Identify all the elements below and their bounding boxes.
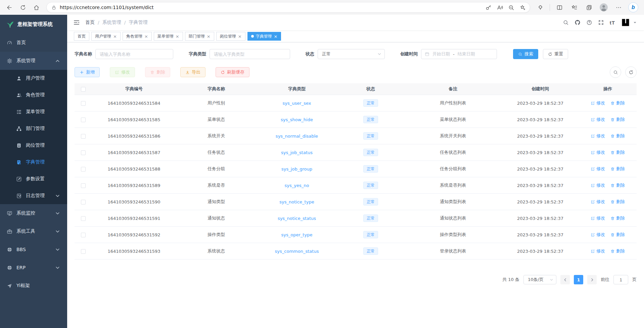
font-size-button[interactable]: tT <box>610 20 615 26</box>
date-range-input[interactable]: 开始日期 - 结束日期 <box>421 49 497 59</box>
tab-dict-management[interactable]: 字典管理 × <box>247 32 281 41</box>
row-checkbox[interactable] <box>81 183 86 188</box>
browser-menu-button[interactable] <box>612 2 625 13</box>
row-delete-button[interactable]: 删除 <box>610 199 625 205</box>
tab-menu-management[interactable]: 菜单管理 × <box>154 32 183 41</box>
sidebar-item-system-tools[interactable]: 系统工具 <box>0 222 67 240</box>
next-page-button[interactable] <box>587 275 597 284</box>
row-delete-button[interactable]: 删除 <box>610 166 625 172</box>
row-delete-button[interactable]: 删除 <box>610 215 625 221</box>
dict-type-link[interactable]: sys_common_status <box>275 249 319 254</box>
dict-name-input[interactable] <box>95 49 173 59</box>
select-all-checkbox[interactable] <box>81 87 86 92</box>
row-checkbox[interactable] <box>81 249 86 254</box>
row-edit-button[interactable]: 修改 <box>591 182 605 188</box>
row-edit-button[interactable]: 修改 <box>591 166 605 172</box>
refresh-cache-button[interactable]: 刷新缓存 <box>216 67 249 77</box>
dict-type-link[interactable]: sys_oper_type <box>281 232 313 237</box>
row-checkbox[interactable] <box>81 134 86 139</box>
sidebar-item-post-management[interactable]: 岗位管理 <box>0 137 67 154</box>
sidebar-item-home[interactable]: 首页 <box>0 34 67 52</box>
help-button[interactable] <box>586 19 592 26</box>
browser-home-button[interactable] <box>30 2 42 13</box>
row-delete-button[interactable]: 删除 <box>610 232 625 238</box>
sidebar-item-system-management[interactable]: 系统管理 <box>0 52 67 70</box>
search-button[interactable]: 搜索 <box>513 49 538 59</box>
sidebar-item-user-management[interactable]: 用户管理 <box>0 70 67 87</box>
tab-role-management[interactable]: 角色管理 × <box>123 32 152 41</box>
add-button[interactable]: 新增 <box>75 67 100 77</box>
zoom-out-button[interactable] <box>506 2 516 13</box>
prev-page-button[interactable] <box>560 275 570 284</box>
close-icon[interactable]: × <box>176 34 179 39</box>
browser-refresh-button[interactable] <box>17 2 29 13</box>
tab-home[interactable]: 首页 <box>74 32 89 41</box>
row-edit-button[interactable]: 修改 <box>591 133 605 139</box>
row-checkbox[interactable] <box>81 216 86 221</box>
edit-button[interactable]: 修改 <box>110 67 135 77</box>
row-edit-button[interactable]: 修改 <box>591 248 605 254</box>
sidebar-item-system-monitor[interactable]: 系统监控 <box>0 204 67 222</box>
favorites-button[interactable] <box>568 2 580 13</box>
copilot-button[interactable]: b <box>627 2 639 13</box>
sidebar-item-menu-management[interactable]: 菜单管理 <box>0 103 67 120</box>
dict-type-link[interactable]: sys_user_sex <box>283 101 311 106</box>
row-delete-button[interactable]: 删除 <box>610 133 625 139</box>
row-edit-button[interactable]: 修改 <box>591 199 605 205</box>
delete-button[interactable]: 删除 <box>145 67 170 77</box>
collections-button[interactable] <box>583 2 595 13</box>
row-checkbox[interactable] <box>81 233 86 237</box>
status-select[interactable]: 正常 <box>318 49 385 59</box>
sidebar-item-yi-framework[interactable]: Yi框架 <box>0 277 67 295</box>
export-button[interactable]: 导出 <box>180 67 205 77</box>
dict-type-link[interactable]: sys_notice_type <box>279 199 314 204</box>
page-1-button[interactable]: 1 <box>574 275 583 284</box>
row-edit-button[interactable]: 修改 <box>591 149 605 155</box>
address-bar[interactable]: https://ccnetcore.com:1101/system/dict <box>46 2 530 13</box>
browser-profile-button[interactable] <box>598 2 610 13</box>
row-delete-button[interactable]: 删除 <box>610 116 625 123</box>
toggle-search-button[interactable] <box>610 66 621 78</box>
password-button[interactable] <box>483 2 494 13</box>
close-icon[interactable]: × <box>207 34 211 39</box>
browser-essentials-button[interactable] <box>534 2 546 13</box>
row-checkbox[interactable] <box>81 200 86 204</box>
dict-type-link[interactable]: sys_job_status <box>281 150 313 155</box>
row-checkbox[interactable] <box>81 118 86 122</box>
browser-back-button[interactable] <box>3 2 15 13</box>
reset-button[interactable]: 重置 <box>543 49 568 59</box>
tab-department-management[interactable]: 部门管理 × <box>185 32 214 41</box>
close-icon[interactable]: × <box>144 34 148 39</box>
row-delete-button[interactable]: 删除 <box>610 149 625 155</box>
split-screen-button[interactable] <box>553 2 565 13</box>
sidebar-item-log-management[interactable]: 日志管理 <box>0 187 67 204</box>
row-edit-button[interactable]: 修改 <box>591 100 605 106</box>
row-delete-button[interactable]: 删除 <box>610 248 625 254</box>
breadcrumb-home[interactable]: 首页 <box>85 19 95 26</box>
sidebar-item-dict-management[interactable]: 字典管理 <box>0 154 67 171</box>
sidebar-item-bbs[interactable]: BBS <box>0 240 67 259</box>
dict-type-input[interactable] <box>210 49 290 59</box>
page-size-select[interactable]: 10条/页 <box>523 275 556 284</box>
row-checkbox[interactable] <box>81 167 86 172</box>
tab-post-management[interactable]: 岗位管理 × <box>216 32 245 41</box>
row-checkbox[interactable] <box>81 150 86 155</box>
url-text[interactable]: https://ccnetcore.com:1101/system/dict <box>60 5 479 10</box>
row-edit-button[interactable]: 修改 <box>591 116 605 123</box>
row-checkbox[interactable] <box>81 101 86 106</box>
fullscreen-button[interactable] <box>598 19 604 26</box>
dict-type-link[interactable]: sys_yes_no <box>285 183 309 188</box>
add-favorite-button[interactable] <box>517 2 528 13</box>
dict-type-link[interactable]: sys_normal_disable <box>276 134 318 139</box>
refresh-table-button[interactable] <box>625 66 637 78</box>
dict-type-link[interactable]: sys_notice_status <box>278 216 316 221</box>
close-icon[interactable]: × <box>274 34 278 39</box>
collapse-sidebar-button[interactable] <box>73 19 80 26</box>
row-delete-button[interactable]: 删除 <box>610 100 625 106</box>
read-aloud-button[interactable] <box>494 2 505 13</box>
close-icon[interactable]: × <box>113 34 117 39</box>
row-edit-button[interactable]: 修改 <box>591 215 605 221</box>
sidebar-item-role-management[interactable]: 角色管理 <box>0 87 67 103</box>
dict-type-link[interactable]: sys_show_hide <box>281 117 313 122</box>
user-avatar-button[interactable] <box>621 18 638 27</box>
